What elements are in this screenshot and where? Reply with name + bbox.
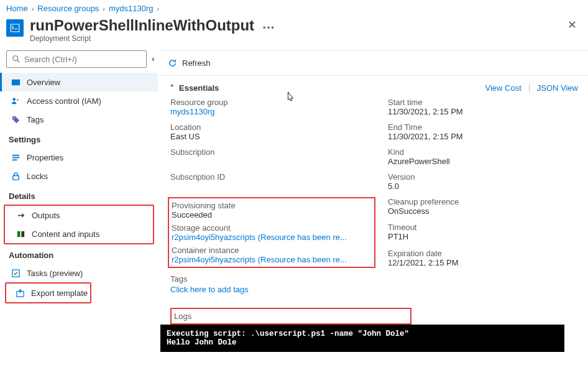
nav-content-inputs[interactable]: Content and inputs <box>5 224 153 243</box>
label-cleanup-preference: Cleanup preference <box>388 197 578 206</box>
value-resource-group[interactable]: myds1130rg <box>170 107 215 116</box>
iam-icon <box>11 96 21 106</box>
outputs-icon <box>16 210 25 220</box>
svg-point-3 <box>12 98 16 101</box>
nav-label: Locks <box>27 172 48 181</box>
breadcrumb: Home › Resource groups › myds1130rg › <box>0 0 588 14</box>
page-subtitle: Deployment Script <box>30 34 254 43</box>
chevron-right-icon: › <box>32 5 34 12</box>
nav-tasks[interactable]: Tasks (preview) <box>0 264 158 282</box>
label-timeout: Timeout <box>388 223 578 232</box>
svg-rect-11 <box>21 231 24 236</box>
breadcrumb-rg-name[interactable]: myds1130rg <box>109 4 154 13</box>
value-expiration-date: 12/1/2021, 2:15 PM <box>388 258 578 267</box>
nav-iam[interactable]: Access control (IAM) <box>0 91 158 110</box>
chevron-right-icon: › <box>103 5 105 12</box>
content-inputs-icon <box>16 229 25 239</box>
label-location: Location <box>170 122 375 132</box>
nav-label: Access control (IAM) <box>27 96 101 106</box>
properties-icon <box>11 152 21 162</box>
nav-label: Tasks (preview) <box>27 269 83 278</box>
svg-rect-2 <box>11 79 19 85</box>
nav-label: Export template <box>31 289 88 298</box>
label-resource-group: Resource group <box>170 98 375 107</box>
label-tags: Tags <box>170 274 578 284</box>
essentials-title[interactable]: Essentials <box>179 83 219 93</box>
nav-group-automation: Automation <box>0 244 158 264</box>
search-input[interactable] <box>24 55 141 64</box>
label-subscription-id: Subscription ID <box>170 172 375 182</box>
tasks-icon <box>11 268 21 278</box>
export-template-icon <box>15 288 25 298</box>
sidebar: ‹‹ Overview Access control (IAM) Tags <box>0 50 160 388</box>
nav-overview[interactable]: Overview <box>0 73 158 91</box>
label-provisioning-state: Provisioning state <box>172 201 370 210</box>
nav-label: Properties <box>27 153 63 162</box>
svg-rect-6 <box>12 154 19 155</box>
more-menu-icon[interactable]: ••• <box>263 23 275 32</box>
main-panel: Refresh ˄ Essentials View Cost JSON View… <box>160 50 588 388</box>
nav-label: Content and inputs <box>32 229 99 239</box>
page-title: runPowerShellInlineWithOutput <box>30 17 254 34</box>
nav-properties[interactable]: Properties <box>0 148 158 167</box>
value-storage-account[interactable]: r2psim4oyi5hyazscripts (Resource has bee… <box>172 233 347 242</box>
value-kind: AzurePowerShell <box>388 157 578 166</box>
breadcrumb-resource-groups[interactable]: Resource groups <box>37 4 99 13</box>
value-cleanup-preference: OnSuccess <box>388 206 578 216</box>
nav-label: Tags <box>27 115 44 124</box>
svg-rect-9 <box>12 175 18 180</box>
label-storage-account: Storage account <box>172 223 370 233</box>
label-start-time: Start time <box>388 98 578 107</box>
collapse-sidebar-icon[interactable]: ‹‹ <box>152 55 153 63</box>
value-start-time: 11/30/2021, 2:15 PM <box>388 107 578 116</box>
json-view-link[interactable]: JSON View <box>537 83 578 93</box>
nav-outputs[interactable]: Outputs <box>5 206 153 224</box>
refresh-button[interactable]: Refresh <box>182 58 211 68</box>
chevron-right-icon: › <box>157 5 160 12</box>
refresh-icon[interactable] <box>168 58 177 68</box>
overview-icon <box>11 77 21 87</box>
chevron-up-icon[interactable]: ˄ <box>170 84 174 92</box>
value-provisioning-state: Succeeded <box>172 210 370 219</box>
close-icon[interactable]: ✕ <box>567 18 577 32</box>
svg-point-5 <box>13 117 14 118</box>
deployment-script-icon <box>6 19 24 37</box>
svg-line-1 <box>17 60 20 63</box>
label-subscription: Subscription <box>170 147 375 157</box>
svg-rect-10 <box>17 231 20 236</box>
nav-label: Overview <box>27 78 60 87</box>
nav-group-settings: Settings <box>0 129 158 148</box>
label-version: Version <box>388 172 578 182</box>
nav-tags[interactable]: Tags <box>0 110 158 129</box>
locks-icon <box>11 171 21 181</box>
value-location: East US <box>170 132 375 141</box>
nav-label: Outputs <box>32 211 60 220</box>
svg-point-4 <box>16 98 18 100</box>
label-expiration-date: Expiration date <box>388 249 578 258</box>
tags-icon <box>11 114 21 124</box>
label-end-time: End Time <box>388 122 578 132</box>
search-icon <box>12 55 21 63</box>
page-header: runPowerShellInlineWithOutput Deployment… <box>0 14 588 50</box>
label-container-instance: Container instance <box>172 246 370 255</box>
search-box[interactable] <box>6 50 147 68</box>
view-cost-link[interactable]: View Cost <box>485 83 521 93</box>
logs-title: Logs <box>172 312 410 323</box>
value-container-instance[interactable]: r2psim4oyi5hyazscripts (Resource has bee… <box>172 255 347 264</box>
add-tags-link[interactable]: Click here to add tags <box>170 285 578 294</box>
nav-export-template[interactable]: Export template <box>5 282 91 303</box>
svg-rect-7 <box>12 157 19 158</box>
nav-locks[interactable]: Locks <box>0 167 158 185</box>
value-timeout: PT1H <box>388 232 578 241</box>
value-version: 5.0 <box>388 182 578 191</box>
toolbar: Refresh <box>160 51 588 76</box>
value-end-time: 11/30/2021, 2:15 PM <box>388 132 578 141</box>
nav-group-details: Details <box>0 185 158 205</box>
breadcrumb-home[interactable]: Home <box>6 4 28 13</box>
label-kind: Kind <box>388 147 578 157</box>
svg-point-0 <box>13 56 18 61</box>
svg-rect-8 <box>12 159 17 160</box>
logs-console: Executing script: .\userscript.ps1 -name… <box>160 325 564 352</box>
